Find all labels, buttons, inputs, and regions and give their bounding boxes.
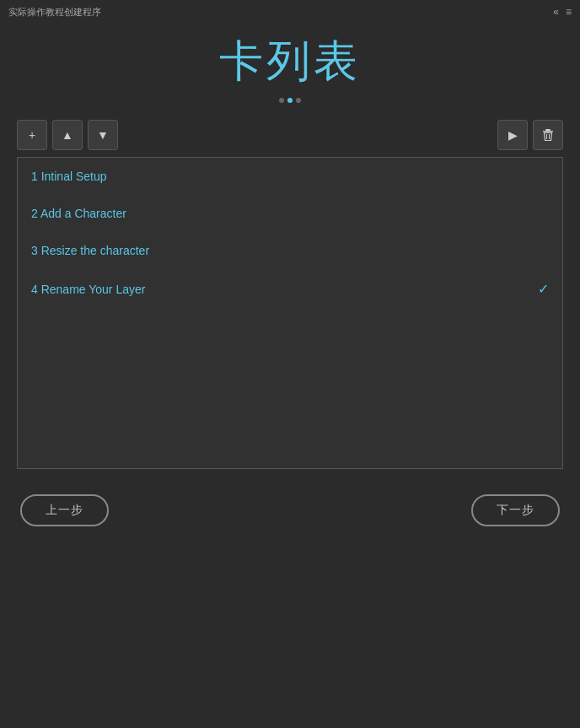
list-item[interactable]: 1 Intinal Setup bbox=[18, 158, 562, 195]
card-list: 1 Intinal Setup 2 Add a Character 3 Resi… bbox=[17, 157, 563, 469]
list-item-selected[interactable]: 4 Rename Your Layer ✓ bbox=[18, 269, 562, 309]
prev-button[interactable]: 上一步 bbox=[20, 494, 109, 526]
main-container: 卡列表 + ▲ ▼ ▶ bbox=[0, 24, 580, 543]
list-item-label: 3 Resize the character bbox=[31, 244, 149, 257]
menu-icon[interactable]: ≡ bbox=[566, 6, 572, 18]
next-label: 下一步 bbox=[497, 503, 534, 516]
toolbar-left: + ▲ ▼ bbox=[17, 120, 118, 150]
play-icon: ▶ bbox=[508, 128, 518, 142]
list-item-label: 4 Rename Your Layer bbox=[31, 283, 145, 296]
page-title: 卡列表 bbox=[219, 32, 361, 91]
check-icon: ✓ bbox=[538, 281, 549, 297]
progress-dots bbox=[279, 98, 301, 103]
arrow-up-icon: ▲ bbox=[62, 128, 73, 142]
play-button[interactable]: ▶ bbox=[497, 120, 528, 150]
collapse-icon[interactable]: « bbox=[553, 6, 559, 18]
svg-rect-1 bbox=[543, 131, 553, 132]
dot-1 bbox=[279, 98, 284, 103]
next-button[interactable]: 下一步 bbox=[471, 494, 560, 526]
title-bar-controls: « ≡ bbox=[553, 6, 572, 18]
app-name: 实际操作教程创建程序 bbox=[8, 6, 101, 19]
title-bar: 实际操作教程创建程序 « ≡ bbox=[0, 0, 580, 24]
svg-rect-0 bbox=[545, 129, 550, 131]
add-icon: + bbox=[29, 128, 35, 142]
list-item[interactable]: 3 Resize the character bbox=[18, 232, 562, 269]
navigation-buttons: 上一步 下一步 bbox=[17, 494, 563, 526]
arrow-down-icon: ▼ bbox=[97, 128, 109, 142]
toolbar-right: ▶ bbox=[497, 120, 563, 150]
move-up-button[interactable]: ▲ bbox=[52, 120, 83, 150]
prev-label: 上一步 bbox=[46, 503, 83, 516]
move-down-button[interactable]: ▼ bbox=[88, 120, 118, 150]
list-item[interactable]: 2 Add a Character bbox=[18, 195, 562, 232]
dot-2 bbox=[287, 98, 293, 103]
dot-3 bbox=[296, 98, 301, 103]
trash-icon bbox=[541, 128, 555, 142]
list-item-label: 2 Add a Character bbox=[31, 207, 126, 220]
list-item-label: 1 Intinal Setup bbox=[31, 170, 107, 183]
delete-button[interactable] bbox=[533, 120, 563, 150]
add-button[interactable]: + bbox=[17, 120, 47, 150]
toolbar: + ▲ ▼ ▶ bbox=[17, 120, 563, 150]
